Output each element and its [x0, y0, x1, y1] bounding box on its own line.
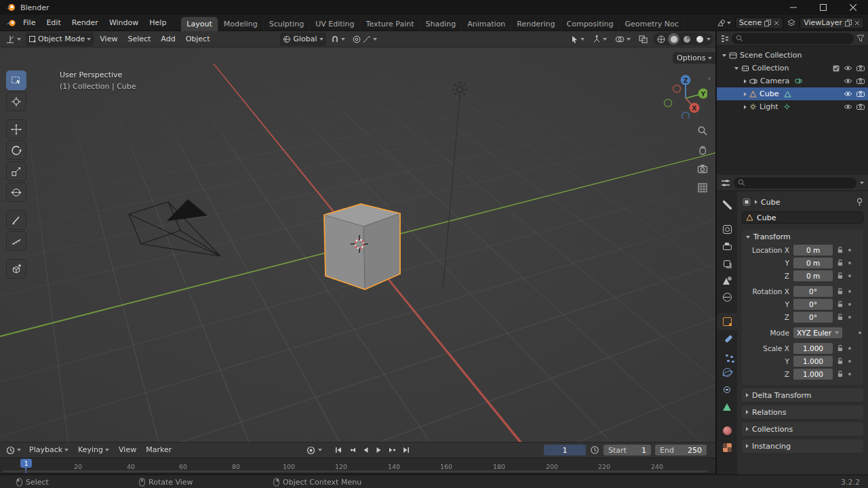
preview-range-clock-icon[interactable]: [590, 445, 599, 455]
xray-toggle[interactable]: [636, 33, 650, 46]
chevron-down-icon[interactable]: [860, 182, 864, 184]
lock-icon[interactable]: [837, 357, 844, 365]
tool-move[interactable]: [6, 119, 26, 139]
panel-relations[interactable]: Relations: [742, 405, 863, 419]
disable-render-camera-icon[interactable]: [856, 104, 865, 110]
location-z-field[interactable]: 0 m: [793, 270, 833, 281]
viewport-menu-object[interactable]: Object: [182, 33, 214, 46]
viewport-menu-view[interactable]: View: [96, 33, 121, 46]
jump-to-end-button[interactable]: [399, 444, 412, 456]
disable-render-camera-icon[interactable]: [856, 78, 865, 84]
tool-select-box[interactable]: [6, 70, 26, 90]
menu-window[interactable]: Window: [104, 15, 144, 30]
tab-view-layer[interactable]: [717, 255, 737, 272]
exclude-checkbox-icon[interactable]: [833, 65, 840, 72]
disclosure-down-icon[interactable]: [734, 67, 738, 70]
tool-annotate[interactable]: [6, 210, 26, 230]
workspace-tab-texture-paint[interactable]: Texture Paint: [361, 17, 420, 31]
workspace-tab-rendering[interactable]: Rendering: [511, 17, 561, 31]
tab-render[interactable]: [717, 221, 737, 238]
lock-icon[interactable]: [837, 313, 844, 321]
current-frame-field[interactable]: 1: [544, 445, 586, 455]
play-button[interactable]: [372, 444, 385, 456]
properties-editor-icon[interactable]: [721, 179, 730, 187]
hide-eye-icon[interactable]: [844, 65, 852, 71]
tab-output[interactable]: [717, 238, 737, 255]
selectability-filter-dropdown[interactable]: [568, 33, 587, 46]
mode-dropdown[interactable]: Object Mode: [26, 33, 94, 46]
viewport-3d[interactable]: User Perspective (1) Collection | Cube O…: [0, 47, 715, 442]
lock-icon[interactable]: [837, 246, 844, 253]
tab-object[interactable]: [717, 313, 737, 330]
lock-icon[interactable]: [837, 272, 844, 279]
pan-view-button[interactable]: [696, 143, 709, 157]
remove-viewlayer-icon[interactable]: [854, 20, 860, 26]
timeline-menu-view[interactable]: View: [115, 443, 140, 457]
lock-icon[interactable]: [837, 300, 844, 308]
camera-object[interactable]: [129, 199, 220, 256]
gizmos-dropdown[interactable]: [590, 33, 610, 46]
lock-icon[interactable]: [837, 287, 844, 295]
tab-scene[interactable]: [717, 272, 737, 289]
scene-selector[interactable]: Scene: [735, 17, 784, 29]
viewport-menu-add[interactable]: Add: [157, 33, 179, 46]
panel-instancing[interactable]: Instancing: [742, 439, 863, 453]
pin-icon[interactable]: [856, 198, 863, 207]
shading-wireframe-button[interactable]: [655, 33, 667, 45]
axis-neg-y-handle[interactable]: [665, 100, 672, 107]
lock-icon[interactable]: [837, 344, 844, 352]
unlink-scene-icon[interactable]: [774, 20, 779, 26]
workspace-tab-compositing[interactable]: Compositing: [561, 17, 620, 31]
outliner-row-camera[interactable]: Camera: [717, 75, 868, 87]
scale-x-field[interactable]: 1.000: [793, 343, 833, 354]
tab-world[interactable]: [717, 289, 737, 306]
panel-delta-transform[interactable]: Delta Transform: [742, 388, 863, 402]
prev-keyframe-button[interactable]: [345, 444, 358, 456]
axis-neg-x-handle[interactable]: [673, 85, 681, 93]
scale-z-field[interactable]: 1.000: [793, 369, 833, 380]
outliner-row-scene-collection[interactable]: Scene Collection: [717, 49, 868, 62]
frame-start-field[interactable]: Start1: [604, 445, 651, 455]
next-keyframe-button[interactable]: [386, 444, 399, 456]
timeline-menu-playback[interactable]: Playback: [25, 443, 73, 457]
menu-render[interactable]: Render: [66, 15, 104, 30]
overlays-dropdown[interactable]: [612, 33, 633, 46]
animate-dot-icon[interactable]: [848, 290, 851, 293]
outliner-row-collection[interactable]: Collection: [717, 62, 868, 75]
tool-rotate[interactable]: [6, 140, 26, 160]
disable-render-camera-icon[interactable]: [856, 65, 865, 71]
auto-keying-toggle[interactable]: [304, 444, 317, 456]
panel-collections[interactable]: Collections: [742, 422, 863, 436]
tool-add-cube[interactable]: [6, 259, 26, 279]
animate-dot-icon[interactable]: [848, 360, 851, 363]
workspace-tab-animation[interactable]: Animation: [462, 17, 511, 31]
lock-icon[interactable]: [837, 259, 844, 266]
snap-toggle[interactable]: [328, 33, 348, 46]
shading-solid-button[interactable]: [668, 33, 679, 45]
light-object[interactable]: [452, 82, 467, 98]
timeline-scrollbar[interactable]: [3, 470, 708, 472]
outliner-row-light[interactable]: Light: [717, 100, 868, 113]
workspace-tab-modeling[interactable]: Modeling: [218, 17, 264, 31]
timeline-menu-marker[interactable]: Marker: [142, 443, 176, 457]
animate-dot-icon[interactable]: [848, 262, 851, 264]
outliner-editor-icon[interactable]: [720, 35, 729, 43]
timeline-menu-keying[interactable]: Keying: [74, 443, 113, 457]
blender-menu-logo-icon[interactable]: [5, 18, 18, 28]
animate-dot-icon[interactable]: [848, 316, 851, 319]
sidebar-collapse-arrow[interactable]: ‹: [708, 75, 711, 82]
tab-modifiers[interactable]: [717, 330, 737, 347]
camera-view-button[interactable]: [696, 162, 709, 176]
timeline-editor-type-selector[interactable]: [3, 443, 24, 457]
tool-scale[interactable]: [6, 161, 26, 181]
shading-material-button[interactable]: [681, 33, 692, 45]
browse-viewlayer-button[interactable]: [786, 19, 797, 27]
disable-render-camera-icon[interactable]: [856, 91, 865, 97]
workspace-tab-geometry-nodes[interactable]: Geometry Noc: [619, 17, 684, 31]
rotation-x-field[interactable]: 0°: [793, 286, 833, 297]
viewlayer-selector[interactable]: ViewLayer: [800, 17, 864, 29]
disclosure-down-icon[interactable]: [722, 54, 726, 57]
axis-neg-z-handle[interactable]: [682, 113, 690, 119]
play-reverse-button[interactable]: [359, 444, 372, 456]
navigation-gizmo[interactable]: Z Y X: [660, 71, 707, 119]
